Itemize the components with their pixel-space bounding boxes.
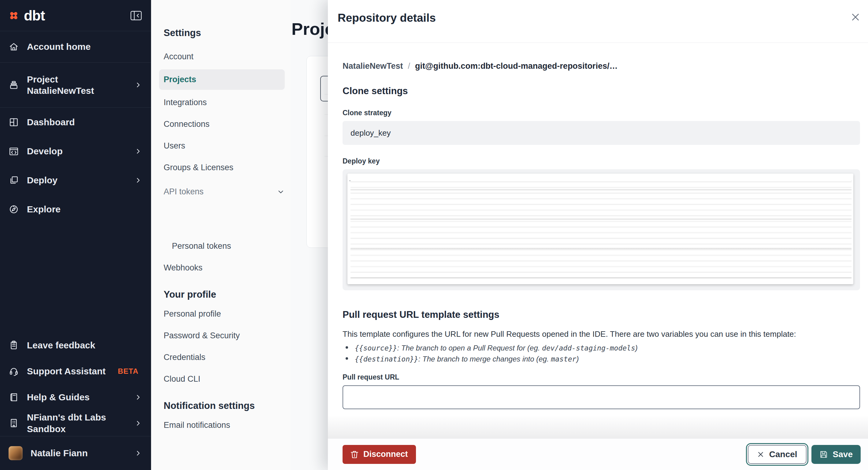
clipboard-icon xyxy=(8,340,19,350)
sidebar-item-label: Dashboard xyxy=(27,116,75,128)
clone-settings-heading: Clone settings xyxy=(343,86,860,97)
api-tokens-label: API tokens xyxy=(164,187,204,197)
sidebar-item-develop[interactable]: Develop xyxy=(0,137,151,166)
pr-template-variables-list: {{source}}: The branch to open a Pull Re… xyxy=(343,344,860,363)
settings-nav-item-integrations[interactable]: Integrations xyxy=(164,98,285,107)
sidebar-item-label: Deploy xyxy=(27,174,58,186)
settings-nav-item-cloud-cli[interactable]: Cloud CLI xyxy=(164,374,285,384)
deploy-squares-icon xyxy=(8,175,19,186)
logo-text: dbt xyxy=(24,7,45,24)
breadcrumb-project[interactable]: NatalieNewTest xyxy=(343,61,403,71)
settings-nav-item-password-security[interactable]: Password & Security xyxy=(164,331,285,340)
breadcrumb-repo: git@github.com:dbt-cloud-managed-reposit… xyxy=(415,61,618,71)
breadcrumb: NatalieNewTest / git@github.com:dbt-clou… xyxy=(343,61,860,71)
notification-settings-heading: Notification settings xyxy=(164,400,285,411)
sidebar-item-deploy[interactable]: Deploy xyxy=(0,166,151,195)
panel-body: NatalieNewTest / git@github.com:dbt-clou… xyxy=(328,43,868,438)
user-avatar xyxy=(8,446,23,460)
sidebar-item-dashboard[interactable]: Dashboard xyxy=(0,108,151,137)
chevron-right-icon xyxy=(134,147,142,155)
chevron-down-icon xyxy=(277,188,285,196)
list-item: {{destination}}: The branch to merge cha… xyxy=(343,355,860,363)
settings-nav-item-personal-tokens[interactable]: Personal tokens xyxy=(164,241,285,251)
headset-icon xyxy=(8,366,19,376)
variable-source-example: dev/add-staging-models xyxy=(542,344,635,352)
your-profile-heading: Your profile xyxy=(164,289,285,300)
deploy-key-label: Deploy key xyxy=(343,157,860,165)
project-word: Project xyxy=(27,74,58,85)
chevron-right-icon xyxy=(134,419,142,427)
pr-template-description: This template configures the URL for new… xyxy=(343,329,860,339)
list-item: {{source}}: The branch to open a Pull Re… xyxy=(343,344,860,352)
save-label: Save xyxy=(833,449,853,459)
settings-nav-item-account[interactable]: Account xyxy=(164,52,285,61)
pr-url-input[interactable] xyxy=(343,385,860,409)
user-name: Natalie Fiann xyxy=(31,447,88,459)
clone-strategy-select[interactable]: deploy_key xyxy=(343,121,860,145)
beta-badge: BETA xyxy=(118,367,138,376)
sidebar-user-menu[interactable]: Natalie Fiann xyxy=(0,436,151,470)
sidebar-item-account-home[interactable]: Account home xyxy=(0,31,151,63)
disconnect-button[interactable]: Disconnect xyxy=(343,445,416,464)
save-button[interactable]: Save xyxy=(811,445,861,464)
sidebar-item-label: Develop xyxy=(27,145,63,157)
chevron-right-icon xyxy=(134,81,142,89)
panel-header: Repository details xyxy=(328,0,868,43)
sidebar-item-explore[interactable]: Explore xyxy=(0,195,151,224)
home-icon xyxy=(8,41,19,52)
project-name: NatalieNewTest xyxy=(27,86,94,96)
chevron-right-icon xyxy=(134,449,142,457)
explore-compass-icon xyxy=(8,204,19,214)
settings-nav-item-groups-licenses[interactable]: Groups & Licenses xyxy=(164,163,285,172)
settings-nav-item-email-notifications[interactable]: Email notifications xyxy=(164,421,285,430)
sidebar-item-label: Support Assistant xyxy=(27,366,105,377)
dbt-logo: dbt xyxy=(8,7,45,24)
dashboard-icon xyxy=(8,117,19,127)
cancel-button[interactable]: Cancel xyxy=(748,445,807,464)
disconnect-label: Disconnect xyxy=(363,449,408,459)
settings-nav: Settings Account Projects Integrations C… xyxy=(151,0,290,470)
clone-strategy-value: deploy_key xyxy=(350,128,391,138)
sidebar-item-sandbox-account[interactable]: NFiann's dbt Labs Sandbox xyxy=(0,410,151,436)
variable-destination-desc: : The branch to merge changes into (eg. xyxy=(418,355,551,363)
chevron-right-icon xyxy=(134,393,142,401)
develop-code-icon xyxy=(8,146,19,157)
book-icon xyxy=(8,392,19,402)
dbt-logo-icon xyxy=(8,10,19,21)
settings-nav-item-personal-profile[interactable]: Personal profile xyxy=(164,309,285,319)
sidebar-item-help-guides[interactable]: Help & Guides xyxy=(0,384,151,410)
pr-url-label: Pull request URL xyxy=(343,373,860,381)
clone-strategy-label: Clone strategy xyxy=(343,109,860,117)
bullet-icon xyxy=(346,346,348,349)
collapse-sidebar-icon[interactable] xyxy=(130,10,142,21)
sidebar-logo-row: dbt xyxy=(0,0,151,31)
settings-nav-item-connections[interactable]: Connections xyxy=(164,120,285,129)
sidebar: dbt Account home Project xyxy=(0,0,151,470)
settings-nav-item-webhooks[interactable]: Webhooks xyxy=(164,263,285,273)
pr-template-heading: Pull request URL template settings xyxy=(343,309,860,320)
trash-icon xyxy=(350,450,359,459)
save-floppy-icon xyxy=(819,450,828,459)
variable-source: {{source}} xyxy=(355,344,397,352)
breadcrumb-separator: / xyxy=(408,61,410,71)
settings-nav-group-api-tokens[interactable]: API tokens xyxy=(164,187,285,197)
close-icon[interactable] xyxy=(850,10,864,24)
footer-actions: Cancel Save xyxy=(748,445,861,464)
settings-nav-title: Settings xyxy=(164,28,285,38)
settings-nav-item-projects[interactable]: Projects xyxy=(159,69,285,90)
app-screen: dbt Account home Project xyxy=(0,0,868,470)
settings-nav-item-users[interactable]: Users xyxy=(164,141,285,150)
panel-footer: Disconnect Cancel Save xyxy=(328,438,868,470)
settings-nav-item-credentials[interactable]: Credentials xyxy=(164,352,285,362)
sidebar-item-support-assistant[interactable]: Support Assistant BETA xyxy=(0,358,151,384)
variable-source-desc: : The branch to open a Pull Request for … xyxy=(397,344,542,352)
sidebar-item-label: Explore xyxy=(27,204,61,215)
deploy-key-redacted-content xyxy=(347,174,853,284)
variable-source-close: ) xyxy=(635,344,638,352)
sidebar-item-project[interactable]: Project NatalieNewTest xyxy=(0,63,151,108)
building-icon xyxy=(8,418,19,429)
deploy-key-field[interactable] xyxy=(343,169,860,290)
sidebar-spacer xyxy=(0,224,151,332)
sidebar-item-leave-feedback[interactable]: Leave feedback xyxy=(0,332,151,358)
repository-details-panel: Repository details NatalieNewTest / git@… xyxy=(328,0,868,470)
